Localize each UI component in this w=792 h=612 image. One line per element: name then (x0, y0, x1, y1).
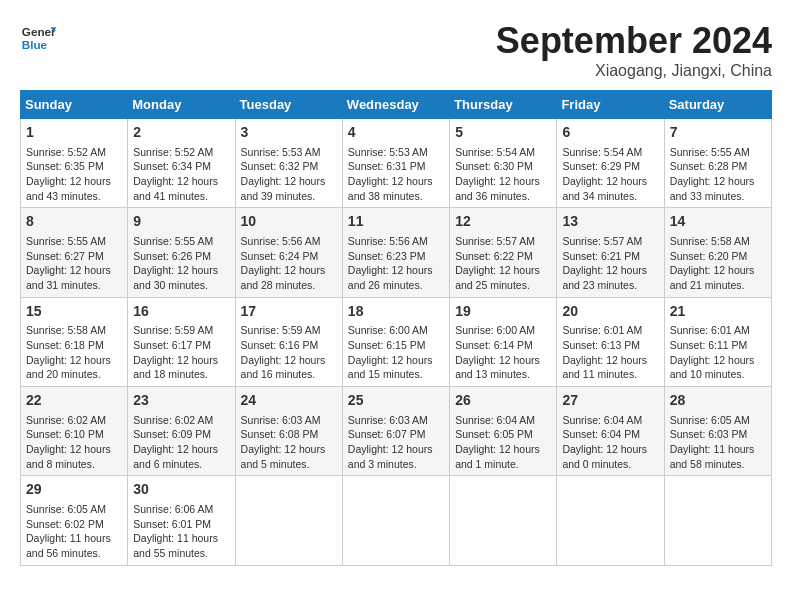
day-info: Sunrise: 6:06 AMSunset: 6:01 PMDaylight:… (133, 502, 229, 561)
day-number: 19 (455, 302, 551, 322)
day-number: 7 (670, 123, 766, 143)
day-number: 16 (133, 302, 229, 322)
day-info: Sunrise: 6:05 AMSunset: 6:02 PMDaylight:… (26, 502, 122, 561)
svg-text:General: General (22, 25, 56, 38)
day-number: 18 (348, 302, 444, 322)
day-info: Sunrise: 6:00 AMSunset: 6:15 PMDaylight:… (348, 323, 444, 382)
day-number: 25 (348, 391, 444, 411)
calendar-cell: 27Sunrise: 6:04 AMSunset: 6:04 PMDayligh… (557, 387, 664, 476)
day-number: 1 (26, 123, 122, 143)
calendar-cell: 13Sunrise: 5:57 AMSunset: 6:21 PMDayligh… (557, 208, 664, 297)
calendar-week-row: 8Sunrise: 5:55 AMSunset: 6:27 PMDaylight… (21, 208, 772, 297)
day-number: 11 (348, 212, 444, 232)
day-number: 9 (133, 212, 229, 232)
calendar-cell: 1Sunrise: 5:52 AMSunset: 6:35 PMDaylight… (21, 119, 128, 208)
calendar-cell: 4Sunrise: 5:53 AMSunset: 6:31 PMDaylight… (342, 119, 449, 208)
day-info: Sunrise: 5:55 AMSunset: 6:26 PMDaylight:… (133, 234, 229, 293)
day-number: 27 (562, 391, 658, 411)
calendar-cell: 23Sunrise: 6:02 AMSunset: 6:09 PMDayligh… (128, 387, 235, 476)
calendar-cell: 16Sunrise: 5:59 AMSunset: 6:17 PMDayligh… (128, 297, 235, 386)
calendar-cell: 10Sunrise: 5:56 AMSunset: 6:24 PMDayligh… (235, 208, 342, 297)
calendar-cell: 7Sunrise: 5:55 AMSunset: 6:28 PMDaylight… (664, 119, 771, 208)
day-info: Sunrise: 6:01 AMSunset: 6:11 PMDaylight:… (670, 323, 766, 382)
title-block: September 2024 Xiaogang, Jiangxi, China (496, 20, 772, 80)
day-info: Sunrise: 5:59 AMSunset: 6:16 PMDaylight:… (241, 323, 337, 382)
calendar-cell: 25Sunrise: 6:03 AMSunset: 6:07 PMDayligh… (342, 387, 449, 476)
weekday-header-thursday: Thursday (450, 91, 557, 119)
day-number: 10 (241, 212, 337, 232)
calendar-week-row: 29Sunrise: 6:05 AMSunset: 6:02 PMDayligh… (21, 476, 772, 565)
calendar-cell (450, 476, 557, 565)
day-number: 24 (241, 391, 337, 411)
day-info: Sunrise: 5:57 AMSunset: 6:22 PMDaylight:… (455, 234, 551, 293)
day-info: Sunrise: 5:54 AMSunset: 6:30 PMDaylight:… (455, 145, 551, 204)
calendar-cell (664, 476, 771, 565)
calendar-cell: 14Sunrise: 5:58 AMSunset: 6:20 PMDayligh… (664, 208, 771, 297)
calendar-week-row: 15Sunrise: 5:58 AMSunset: 6:18 PMDayligh… (21, 297, 772, 386)
calendar-cell: 2Sunrise: 5:52 AMSunset: 6:34 PMDaylight… (128, 119, 235, 208)
day-info: Sunrise: 5:56 AMSunset: 6:24 PMDaylight:… (241, 234, 337, 293)
svg-text:Blue: Blue (22, 38, 48, 51)
calendar-cell: 30Sunrise: 6:06 AMSunset: 6:01 PMDayligh… (128, 476, 235, 565)
day-number: 14 (670, 212, 766, 232)
calendar-cell: 22Sunrise: 6:02 AMSunset: 6:10 PMDayligh… (21, 387, 128, 476)
calendar-cell (342, 476, 449, 565)
calendar-cell: 29Sunrise: 6:05 AMSunset: 6:02 PMDayligh… (21, 476, 128, 565)
location-subtitle: Xiaogang, Jiangxi, China (496, 62, 772, 80)
day-info: Sunrise: 6:02 AMSunset: 6:09 PMDaylight:… (133, 413, 229, 472)
weekday-header-row: SundayMondayTuesdayWednesdayThursdayFrid… (21, 91, 772, 119)
day-info: Sunrise: 6:01 AMSunset: 6:13 PMDaylight:… (562, 323, 658, 382)
calendar-table: SundayMondayTuesdayWednesdayThursdayFrid… (20, 90, 772, 566)
calendar-cell: 9Sunrise: 5:55 AMSunset: 6:26 PMDaylight… (128, 208, 235, 297)
calendar-cell: 5Sunrise: 5:54 AMSunset: 6:30 PMDaylight… (450, 119, 557, 208)
day-info: Sunrise: 5:55 AMSunset: 6:27 PMDaylight:… (26, 234, 122, 293)
day-number: 30 (133, 480, 229, 500)
day-number: 28 (670, 391, 766, 411)
weekday-header-saturday: Saturday (664, 91, 771, 119)
day-info: Sunrise: 5:59 AMSunset: 6:17 PMDaylight:… (133, 323, 229, 382)
day-info: Sunrise: 6:00 AMSunset: 6:14 PMDaylight:… (455, 323, 551, 382)
calendar-cell: 21Sunrise: 6:01 AMSunset: 6:11 PMDayligh… (664, 297, 771, 386)
calendar-cell: 11Sunrise: 5:56 AMSunset: 6:23 PMDayligh… (342, 208, 449, 297)
day-number: 5 (455, 123, 551, 143)
calendar-cell: 8Sunrise: 5:55 AMSunset: 6:27 PMDaylight… (21, 208, 128, 297)
calendar-cell: 6Sunrise: 5:54 AMSunset: 6:29 PMDaylight… (557, 119, 664, 208)
calendar-cell: 18Sunrise: 6:00 AMSunset: 6:15 PMDayligh… (342, 297, 449, 386)
calendar-cell: 20Sunrise: 6:01 AMSunset: 6:13 PMDayligh… (557, 297, 664, 386)
day-info: Sunrise: 6:04 AMSunset: 6:05 PMDaylight:… (455, 413, 551, 472)
calendar-cell: 12Sunrise: 5:57 AMSunset: 6:22 PMDayligh… (450, 208, 557, 297)
calendar-cell: 17Sunrise: 5:59 AMSunset: 6:16 PMDayligh… (235, 297, 342, 386)
day-info: Sunrise: 5:52 AMSunset: 6:34 PMDaylight:… (133, 145, 229, 204)
weekday-header-sunday: Sunday (21, 91, 128, 119)
day-info: Sunrise: 5:54 AMSunset: 6:29 PMDaylight:… (562, 145, 658, 204)
calendar-cell: 15Sunrise: 5:58 AMSunset: 6:18 PMDayligh… (21, 297, 128, 386)
day-number: 26 (455, 391, 551, 411)
logo-icon: General Blue (20, 20, 56, 56)
day-info: Sunrise: 5:53 AMSunset: 6:32 PMDaylight:… (241, 145, 337, 204)
day-number: 29 (26, 480, 122, 500)
month-title: September 2024 (496, 20, 772, 62)
day-info: Sunrise: 6:04 AMSunset: 6:04 PMDaylight:… (562, 413, 658, 472)
calendar-cell: 24Sunrise: 6:03 AMSunset: 6:08 PMDayligh… (235, 387, 342, 476)
day-number: 4 (348, 123, 444, 143)
day-number: 15 (26, 302, 122, 322)
calendar-cell (557, 476, 664, 565)
calendar-cell: 19Sunrise: 6:00 AMSunset: 6:14 PMDayligh… (450, 297, 557, 386)
calendar-cell: 26Sunrise: 6:04 AMSunset: 6:05 PMDayligh… (450, 387, 557, 476)
day-info: Sunrise: 6:03 AMSunset: 6:08 PMDaylight:… (241, 413, 337, 472)
day-number: 23 (133, 391, 229, 411)
day-info: Sunrise: 6:05 AMSunset: 6:03 PMDaylight:… (670, 413, 766, 472)
day-info: Sunrise: 5:52 AMSunset: 6:35 PMDaylight:… (26, 145, 122, 204)
calendar-cell: 28Sunrise: 6:05 AMSunset: 6:03 PMDayligh… (664, 387, 771, 476)
calendar-week-row: 1Sunrise: 5:52 AMSunset: 6:35 PMDaylight… (21, 119, 772, 208)
calendar-week-row: 22Sunrise: 6:02 AMSunset: 6:10 PMDayligh… (21, 387, 772, 476)
page-header: General Blue September 2024 Xiaogang, Ji… (20, 20, 772, 80)
calendar-cell (235, 476, 342, 565)
day-number: 2 (133, 123, 229, 143)
weekday-header-friday: Friday (557, 91, 664, 119)
day-info: Sunrise: 5:56 AMSunset: 6:23 PMDaylight:… (348, 234, 444, 293)
weekday-header-tuesday: Tuesday (235, 91, 342, 119)
day-number: 17 (241, 302, 337, 322)
day-info: Sunrise: 5:58 AMSunset: 6:18 PMDaylight:… (26, 323, 122, 382)
calendar-cell: 3Sunrise: 5:53 AMSunset: 6:32 PMDaylight… (235, 119, 342, 208)
